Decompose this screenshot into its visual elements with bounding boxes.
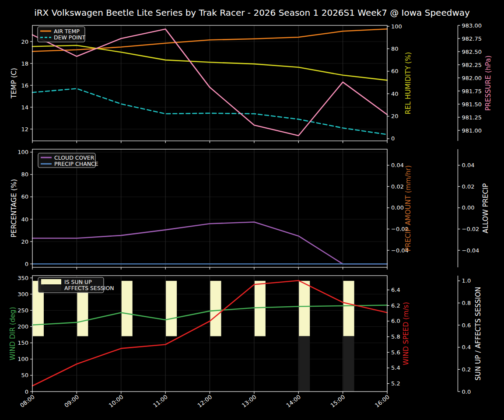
affects-session-bar xyxy=(343,336,354,392)
wind-dir-deg-axis-label: WIND DIR (deg) xyxy=(9,307,17,360)
temp-tick-label: 20 xyxy=(21,38,28,45)
cloud-cover-legend-label: CLOUD COVER xyxy=(54,154,94,161)
precip-chance-legend-label: PRECIP CHANCE xyxy=(54,161,98,167)
is-sun-up-bar xyxy=(299,281,310,336)
press-tick-label: 982.00 xyxy=(462,75,482,81)
spd-tick-label: 6.2 xyxy=(391,302,400,309)
percentage-axis-label: PERCENTAGE (%) xyxy=(10,179,18,238)
sun-up-affects-session-axis-label: SUN UP / AFFECTS SESSION xyxy=(474,287,482,380)
dir-tick-label: 50 xyxy=(21,372,28,378)
sun-tick-label: 0.8 xyxy=(462,300,471,306)
affects-session-bar xyxy=(299,336,310,392)
x-tick-label: 14:00 xyxy=(285,394,302,409)
press-tick-label: 982.50 xyxy=(462,49,482,55)
is-sun-up-bar xyxy=(210,281,221,336)
dir-tick-label: 150 xyxy=(18,340,28,346)
dir-tick-label: 0 xyxy=(25,388,28,395)
x-tick-label: 11:00 xyxy=(152,394,169,409)
pressure-hpa-axis-label: PRESSURE (hPa) xyxy=(484,56,492,111)
allow-tick-label: −0.02 xyxy=(462,226,480,232)
dew-point-legend-label: DEW POINT xyxy=(54,34,85,41)
press-tick-label: 981.25 xyxy=(462,114,482,121)
rh-tick-label: 20 xyxy=(391,113,399,119)
pct-tick-label: 20 xyxy=(21,238,28,245)
is-sun-up-bar xyxy=(122,281,133,336)
spd-tick-label: 5.8 xyxy=(391,333,400,340)
legend: IS SUN UPAFFECTS SESSION xyxy=(38,277,114,293)
spd-tick-label: 5.2 xyxy=(391,380,400,387)
weather-forecast-chart: 1214161820TEMP (C)020406080100REL HUMIDI… xyxy=(0,0,504,420)
wind-panel: 050100150200250300350WIND DIR (deg)5.25.… xyxy=(9,275,482,409)
spd-tick-label: 5.4 xyxy=(391,364,400,371)
spd-tick-label: 5.6 xyxy=(391,349,400,356)
press-tick-label: 981.50 xyxy=(462,101,482,108)
pct-tick-label: 60 xyxy=(21,193,28,200)
dir-tick-label: 100 xyxy=(18,356,28,362)
sun-tick-label: 0.0 xyxy=(462,388,471,395)
figure-title: iRX Volkswagen Beetle Lite Series by Tra… xyxy=(0,7,504,18)
x-tick-label: 15:00 xyxy=(329,394,346,409)
affects-session-legend-label: AFFECTS SESSION xyxy=(64,285,114,291)
dir-tick-label: 300 xyxy=(18,291,28,298)
temp-c-axis-label: TEMP (C) xyxy=(10,68,18,99)
is-sun-up-bar xyxy=(166,281,177,336)
sun-tick-label: 0.4 xyxy=(462,344,471,350)
rh-tick-label: 80 xyxy=(391,46,399,52)
sun-tick-label: 1.0 xyxy=(462,277,471,284)
sun-tick-label: 0.6 xyxy=(462,322,471,329)
x-tick-label: 12:00 xyxy=(196,394,214,409)
spd-tick-label: 6.4 xyxy=(391,287,400,293)
temp-tick-label: 12 xyxy=(21,126,28,133)
air-temp-legend-label: AIR TEMP xyxy=(54,28,80,35)
pct-tick-label: 0 xyxy=(25,261,28,267)
rh-tick-label: 60 xyxy=(391,68,399,74)
rh-tick-label: 40 xyxy=(391,91,399,97)
x-tick-label: 10:00 xyxy=(108,394,125,409)
temp-tick-label: 16 xyxy=(21,82,28,89)
amt-tick-label: 0.02 xyxy=(391,183,404,190)
pct-tick-label: 40 xyxy=(21,216,28,223)
allow-tick-label: 0.02 xyxy=(462,183,475,190)
temp-tick-label: 14 xyxy=(21,104,28,111)
allow-tick-label: −0.04 xyxy=(462,247,480,254)
press-tick-label: 981.75 xyxy=(462,88,482,94)
allow-tick-label: 0.00 xyxy=(462,204,475,211)
sun-tick-label: 0.2 xyxy=(462,366,471,373)
temp-tick-label: 18 xyxy=(21,60,28,67)
precip-panel: 020406080100PERCENTAGE (%)−0.04−0.020.00… xyxy=(10,149,490,270)
x-tick-label: 09:00 xyxy=(63,394,80,409)
x-tick-label: 16:00 xyxy=(374,394,391,409)
rh-tick-label: 0 xyxy=(391,135,395,142)
x-tick-label: 08:00 xyxy=(19,394,36,409)
press-tick-label: 983.00 xyxy=(462,22,482,29)
amt-tick-label: 0.04 xyxy=(391,162,404,168)
x-tick-label: 13:00 xyxy=(241,394,258,409)
pct-tick-label: 80 xyxy=(21,171,28,178)
dir-tick-label: 250 xyxy=(18,307,28,314)
pct-tick-label: 100 xyxy=(18,149,28,155)
spd-tick-label: 6.0 xyxy=(391,318,400,324)
allow-tick-label: 0.04 xyxy=(462,162,475,168)
affects-session-legend-swatch xyxy=(41,286,61,291)
rel-humidity-axis-label: REL HUMIDITY (%) xyxy=(404,52,412,114)
legend: CLOUD COVERPRECIP CHANCE xyxy=(38,153,98,168)
dir-tick-label: 350 xyxy=(18,275,28,281)
amt-tick-label: 0.00 xyxy=(391,204,404,211)
press-tick-label: 982.75 xyxy=(462,35,482,42)
allow-precip-axis-label: ALLOW PRECIP xyxy=(482,183,490,233)
is-sun-up-legend-swatch xyxy=(41,279,61,284)
rh-tick-label: 100 xyxy=(391,23,402,30)
is-sun-up-legend-label: IS SUN UP xyxy=(64,279,92,285)
is-sun-up-bar xyxy=(255,281,266,336)
press-tick-label: 981.00 xyxy=(462,127,482,134)
is-sun-up-bar xyxy=(343,281,354,336)
figure: iRX Volkswagen Beetle Lite Series by Tra… xyxy=(0,0,504,420)
wind-speed-m-s-axis-label: WIND SPEED (m/s) xyxy=(402,302,410,365)
press-tick-label: 982.25 xyxy=(462,62,482,68)
legend: AIR TEMPDEW POINT xyxy=(38,27,85,42)
temp-panel: 1214161820TEMP (C)020406080100REL HUMIDI… xyxy=(10,22,492,144)
dir-tick-label: 200 xyxy=(18,323,28,330)
precip-amount-mm-hr-axis-label: PRECIP AMOUNT (mm/hr) xyxy=(404,165,412,252)
